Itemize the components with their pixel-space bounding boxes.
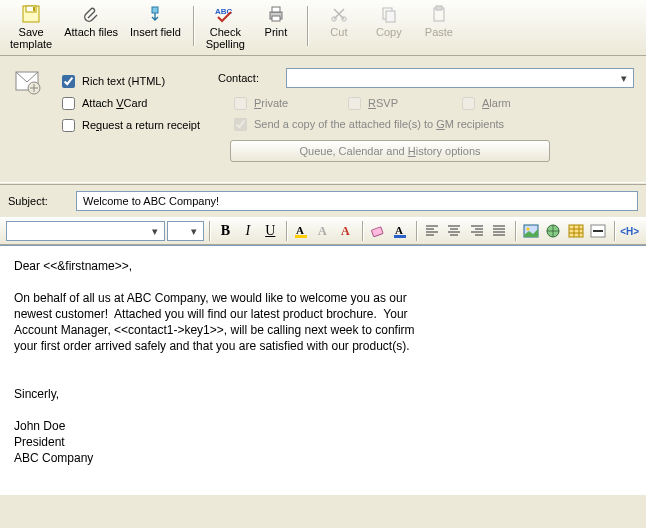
rsvp-input[interactable] — [348, 97, 361, 110]
return-receipt-checkbox[interactable]: Request a return receipt — [58, 114, 218, 136]
check-spelling-button[interactable]: ABC CheckSpelling — [200, 2, 251, 54]
print-label: Print — [265, 26, 288, 38]
image-icon — [523, 223, 539, 239]
rsvp-checkbox[interactable]: RSVP — [344, 94, 454, 113]
align-center-button[interactable] — [444, 220, 464, 242]
align-left-button[interactable] — [422, 220, 442, 242]
printer-icon — [266, 4, 286, 24]
font-family-dropdown[interactable]: ▾ — [6, 221, 165, 241]
alarm-checkbox[interactable]: Alarm — [458, 94, 568, 113]
alarm-label: Alarm — [482, 97, 511, 109]
send-copy-input[interactable] — [234, 118, 247, 131]
chevron-down-icon: ▾ — [187, 224, 201, 238]
align-right-button[interactable] — [467, 220, 487, 242]
font-color-disabled-button[interactable]: A — [314, 220, 334, 242]
svg-rect-20 — [371, 227, 383, 237]
insert-field-icon — [145, 4, 165, 24]
svg-rect-7 — [272, 16, 280, 21]
copy-label: Copy — [376, 26, 402, 38]
print-button[interactable]: Print — [251, 2, 301, 54]
cut-label: Cut — [330, 26, 347, 38]
format-separator — [362, 221, 363, 241]
return-receipt-input[interactable] — [62, 119, 75, 132]
italic-button[interactable]: I — [238, 220, 258, 242]
private-label: Private — [254, 97, 288, 109]
insert-field-button[interactable]: Insert field — [124, 2, 187, 54]
rich-text-checkbox[interactable]: Rich text (HTML) — [58, 70, 218, 92]
chevron-down-icon: ▾ — [148, 224, 162, 238]
svg-rect-13 — [436, 6, 442, 10]
bold-button[interactable]: B — [215, 220, 235, 242]
format-separator — [209, 221, 210, 241]
svg-text:A: A — [296, 224, 304, 236]
format-separator — [515, 221, 516, 241]
subject-input[interactable] — [76, 191, 638, 211]
font-color-underline-button[interactable]: A — [390, 220, 410, 242]
private-input[interactable] — [234, 97, 247, 110]
insert-hr-button[interactable] — [588, 220, 608, 242]
highlight-color-button[interactable]: A — [291, 220, 311, 242]
rich-text-label: Rich text (HTML) — [82, 75, 165, 87]
private-checkbox[interactable]: Private — [230, 94, 340, 113]
save-template-button[interactable]: Savetemplate — [4, 2, 58, 54]
format-separator — [614, 221, 615, 241]
rsvp-label: RSVP — [368, 97, 398, 109]
format-toolbar: ▾ ▾ B I U A A A A <H> — [0, 217, 646, 245]
paste-label: Paste — [425, 26, 453, 38]
scissors-icon — [329, 4, 349, 24]
attach-vcard-checkbox[interactable]: Attach VCard — [58, 92, 218, 114]
template-icon — [8, 66, 58, 162]
svg-text:A: A — [318, 224, 327, 238]
attach-files-label: Attach files — [64, 26, 118, 38]
contact-dropdown[interactable]: ▾ — [286, 68, 634, 88]
svg-point-24 — [526, 228, 529, 231]
copy-button[interactable]: Copy — [364, 2, 414, 54]
font-color-a-icon: A — [393, 223, 409, 239]
font-size-dropdown[interactable]: ▾ — [167, 221, 205, 241]
font-color-button[interactable]: A — [336, 220, 356, 242]
email-body-editor[interactable]: Dear <<&firstname>>, On behalf of all us… — [0, 245, 646, 495]
cut-button[interactable]: Cut — [314, 2, 364, 54]
clear-format-button[interactable] — [368, 220, 388, 242]
attach-vcard-label: Attach VCard — [82, 97, 147, 109]
send-copy-label: Send a copy of the attached file(s) to G… — [254, 118, 504, 130]
attach-files-button[interactable]: Attach files — [58, 2, 124, 54]
svg-rect-6 — [272, 7, 280, 12]
align-center-icon — [446, 223, 462, 239]
chevron-down-icon: ▾ — [617, 71, 631, 85]
insert-table-button[interactable] — [566, 220, 586, 242]
globe-link-icon — [545, 223, 561, 239]
check-spelling-label: CheckSpelling — [206, 26, 245, 50]
svg-text:ABC: ABC — [215, 7, 233, 16]
align-justify-button[interactable] — [489, 220, 509, 242]
toolbar-separator — [307, 6, 308, 46]
underline-button[interactable]: U — [260, 220, 280, 242]
floppy-icon — [21, 4, 41, 24]
align-right-icon — [469, 223, 485, 239]
eraser-icon — [370, 223, 386, 239]
svg-text:A: A — [395, 224, 403, 236]
hr-icon — [590, 223, 606, 239]
return-receipt-label: Request a return receipt — [82, 119, 200, 131]
insert-field-label: Insert field — [130, 26, 181, 38]
paste-button[interactable]: Paste — [414, 2, 464, 54]
svg-text:A: A — [341, 224, 350, 238]
subject-row: Subject: — [0, 185, 646, 217]
rich-text-input[interactable] — [62, 75, 75, 88]
html-source-button[interactable]: <H> — [620, 220, 640, 242]
queue-calendar-history-button[interactable]: Queue, Calendar and History options — [230, 140, 550, 162]
send-copy-checkbox[interactable]: Send a copy of the attached file(s) to G… — [218, 114, 634, 134]
svg-rect-11 — [386, 11, 395, 22]
alarm-input[interactable] — [462, 97, 475, 110]
paperclip-icon — [81, 4, 101, 24]
abc-check-icon: ABC — [215, 4, 235, 24]
svg-rect-2 — [33, 7, 35, 11]
insert-image-button[interactable] — [521, 220, 541, 242]
attach-vcard-input[interactable] — [62, 97, 75, 110]
svg-rect-22 — [394, 235, 406, 238]
insert-link-button[interactable] — [543, 220, 563, 242]
options-panel: Rich text (HTML) Attach VCard Request a … — [0, 56, 646, 182]
font-color-icon: A — [339, 223, 355, 239]
subject-label: Subject: — [8, 195, 68, 207]
svg-rect-17 — [295, 235, 307, 238]
